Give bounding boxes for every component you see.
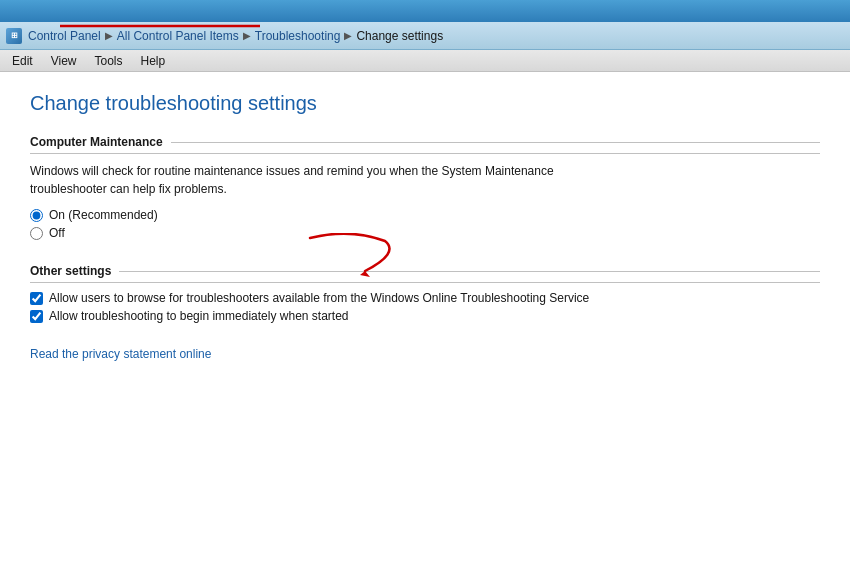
breadcrumb-all-items[interactable]: All Control Panel Items bbox=[117, 29, 239, 43]
other-settings-header: Other settings bbox=[30, 264, 820, 283]
nav-icon: ⊞ bbox=[6, 28, 22, 44]
checkbox-begin-immediately[interactable]: Allow troubleshooting to begin immediate… bbox=[30, 309, 820, 323]
checkbox-begin-immediately-input[interactable] bbox=[30, 310, 43, 323]
menu-view[interactable]: View bbox=[43, 52, 85, 70]
menu-edit[interactable]: Edit bbox=[4, 52, 41, 70]
breadcrumb-troubleshooting[interactable]: Troubleshooting bbox=[255, 29, 341, 43]
computer-maintenance-section: Computer Maintenance Windows will check … bbox=[30, 135, 820, 240]
radio-on-label: On (Recommended) bbox=[49, 208, 158, 222]
checkbox-browse-online-label: Allow users to browse for troubleshooter… bbox=[49, 291, 589, 305]
checkbox-browse-online[interactable]: Allow users to browse for troubleshooter… bbox=[30, 291, 820, 305]
address-bar: ⊞ Control Panel ▶ All Control Panel Item… bbox=[0, 22, 850, 50]
breadcrumb-arrow-3: ▶ bbox=[344, 30, 352, 41]
breadcrumb-arrow-1: ▶ bbox=[105, 30, 113, 41]
radio-off-input[interactable] bbox=[30, 227, 43, 240]
computer-maintenance-header: Computer Maintenance bbox=[30, 135, 820, 154]
menu-tools[interactable]: Tools bbox=[86, 52, 130, 70]
breadcrumb-arrow-2: ▶ bbox=[243, 30, 251, 41]
checkbox-begin-immediately-label: Allow troubleshooting to begin immediate… bbox=[49, 309, 349, 323]
radio-on-input[interactable] bbox=[30, 209, 43, 222]
checkbox-browse-online-input[interactable] bbox=[30, 292, 43, 305]
radio-off-label: Off bbox=[49, 226, 65, 240]
page-title: Change troubleshooting settings bbox=[30, 92, 820, 115]
breadcrumb-control-panel[interactable]: Control Panel bbox=[28, 29, 101, 43]
radio-on-option[interactable]: On (Recommended) bbox=[30, 208, 820, 222]
computer-maintenance-desc: Windows will check for routine maintenan… bbox=[30, 162, 570, 198]
breadcrumb-current: Change settings bbox=[356, 29, 443, 43]
other-settings-section: Other settings Allow users to browse for… bbox=[30, 264, 820, 323]
main-content: Change troubleshooting settings Computer… bbox=[0, 72, 850, 578]
menu-help[interactable]: Help bbox=[133, 52, 174, 70]
breadcrumb: Control Panel ▶ All Control Panel Items … bbox=[28, 29, 443, 43]
title-bar bbox=[0, 0, 850, 22]
radio-off-option[interactable]: Off bbox=[30, 226, 820, 240]
privacy-link[interactable]: Read the privacy statement online bbox=[30, 347, 211, 361]
privacy-link-container: Read the privacy statement online bbox=[30, 347, 820, 361]
menu-bar: Edit View Tools Help bbox=[0, 50, 850, 72]
